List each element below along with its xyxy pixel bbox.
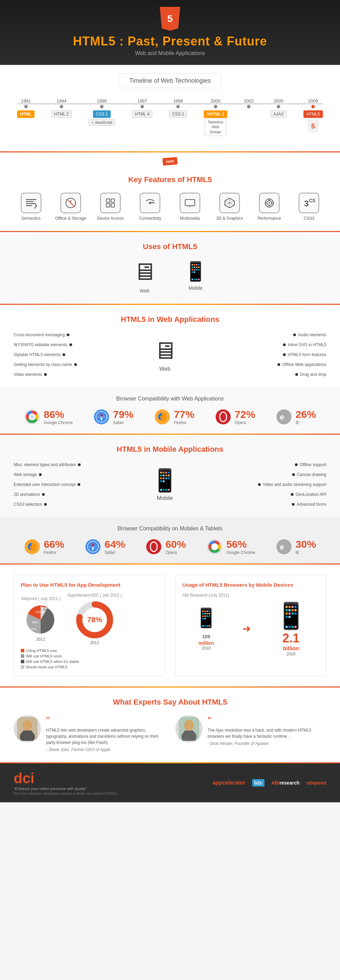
mobile-apps-title: HTML5 in Mobile Applications [14,445,326,454]
mobile-icon: 📱 [184,260,207,283]
svg-text:23%: 23% [35,610,42,614]
uses-title: Uses of HTML5 [14,242,326,251]
form-features: HTML5 form features [248,352,326,357]
css3-label: CSS3 [304,216,315,221]
chrome-icon [24,409,40,425]
feature-semantics: Semantics [14,193,48,221]
svg-point-6 [149,202,151,204]
device-access-label: Device Access [97,216,124,221]
mobile-usage-source: ABI Research (July 2011) [183,593,319,598]
partner-b2c: b2c [252,779,264,787]
offline-web: Offline Web applications [248,362,326,367]
inline-svg: Inline SVG in HTML5 [248,342,326,347]
feature-offline-storage: Offline & Storage [54,193,88,221]
year-2011-label: 2011 [36,637,45,642]
firefox-mobile-percent: 66% [44,539,64,550]
video-elements: Video elements [14,372,82,377]
ie-percent: 26% [296,409,316,420]
footer-logo-area: dci "Enhance your online presence with q… [14,770,117,795]
offline-storage-label: Offline & Storage [55,216,86,221]
svg-rect-4 [106,204,110,207]
firefox-mobile-icon [24,539,40,555]
key-features-section: Key Features of HTML5 Semantics Offline … [0,165,340,231]
mobile-usage-title: Usage of HTML5 Browsers by Mobile Device… [183,582,319,588]
opera-icon [215,409,231,425]
partner-appcelerator: appcelerator [213,780,245,786]
drag-drop: Drag and drop [248,372,326,377]
ie-mobile-icon: e [276,539,292,555]
device-access-icon [100,193,121,213]
stat-num-2010: 109 [202,631,210,640]
chrome-mobile-icon [207,539,223,555]
experts-section: What Experts Say About HTML5 " HTML5 let… [0,687,340,762]
jobs-quote: " HTML5 lets web developers create advan… [46,715,165,752]
compat-mobile-bars: 66% Firefox 64% Safari [14,539,326,555]
svg-rect-67 [184,730,194,737]
svg-text:e: e [280,542,284,551]
safari-name: Safari [113,420,133,425]
year-2012-label: 2012 [90,640,99,645]
svg-text:CSS: CSS [309,198,315,203]
ie-mobile-compat: e 30% IE [276,539,316,555]
footer-tagline: "Enhance your online presence with quali… [14,787,117,791]
3d-graphics-icon [219,193,240,213]
timeline-item-1997: 1997 HTML 4 [132,99,153,118]
offline-storage-icon [60,193,81,213]
stats-grid: Plan to Use HTML5 for App Development Si… [14,575,326,676]
extended-user-interaction: Extended user interaction concept [14,482,82,487]
timeline-item-2000: 2000 XHTML 1 TablelessWebDesign [204,99,227,136]
web-mind-map: Cross-document messaging WYSIWYG editabl… [14,332,326,377]
dion-quote: " The Ajax revolution was a hack, and wi… [208,715,327,746]
opera-name: Opera [235,420,255,425]
phone-2010-icon: 📱 [194,607,218,629]
legend-stable: Will use HTML5 when it's stable [21,660,158,663]
expert-dion: " The Ajax revolution was a hack, and wi… [175,715,327,752]
ie-icon: e [276,409,292,425]
safari-mobile-name: Safari [105,550,125,555]
jobs-quote-text: HTML5 lets web developers create advance… [46,727,165,746]
stat-num-2016: 2.1 [283,631,300,646]
web-label: Web [140,288,150,294]
web-center: 🖥 Web [134,337,196,372]
safari-mobile-compat: 64% Safari [85,539,125,555]
pie-2011: Sitepoint ( July 2011 ) 48% 26% 23% [21,596,60,642]
web-apps-section: HTML5 in Web Applications Cross-document… [0,305,340,387]
main-title: HTML5 : Past, Present & Future [0,34,340,49]
legend-soon: Will use HTML5 soon [21,654,158,658]
video-audio-streaming: Video and audio streaming support [248,482,326,487]
wysiwyg: WYSIWYG editable elements [14,342,82,347]
dion-author: - Dion Almaer, Founder of Ajaxian [208,741,327,746]
canvas-drawing: Canvas drawing [248,472,326,477]
svg-point-25 [30,415,34,419]
pie-area: Sitepoint ( July 2011 ) 48% 26% 23% [21,593,158,645]
cross-document: Cross-document messaging [14,332,82,337]
svg-point-50 [212,544,217,549]
timeline-item-1998: 1998 CSS 2 [169,99,187,118]
web-left-items: Cross-document messaging WYSIWYG editabl… [14,332,82,377]
experts-grid: " HTML5 lets web developers create advan… [14,715,326,752]
stat-year-2010: 2010 [202,646,211,651]
connectivity-label: Connectivity [139,216,161,221]
expert-jobs: " HTML5 lets web developers create advan… [14,715,165,752]
pie-2012: Appcelerator/IDC ( Jan 2012 ) 78% 2012 [67,593,122,645]
feature-performance: Performance [252,193,286,221]
phone-2016-icon: 📱 [275,601,307,631]
mobile-right-items: Offline support Canvas drawing Video and… [248,462,326,507]
safari-mobile-icon [85,539,101,555]
feature-css3: 3CSS CSS3 [292,193,326,221]
multimedia-label: Multimedia [180,216,200,221]
footer-partners: appcelerator b2c ABIresearch sitepoint [213,779,326,787]
svg-text:26%: 26% [30,627,37,631]
new-badge-section: new [0,153,340,165]
dci-logo: dci [14,770,117,787]
semantics-icon [21,193,41,213]
web-apps-title: HTML5 in Web Applications [14,315,326,324]
footer: dci "Enhance your online presence with q… [0,764,340,802]
mobile-usage-stats: Usage of HTML5 Browsers by Mobile Device… [175,575,327,676]
header: 5 HTML5 : Past, Present & Future Web and… [0,0,340,65]
multimedia-icon [180,193,200,213]
dion-avatar [175,715,203,743]
ie-mobile-percent: 30% [296,539,316,550]
advanced-forms: Advanced forms [248,502,326,507]
web-storage: Web storage [14,472,82,477]
